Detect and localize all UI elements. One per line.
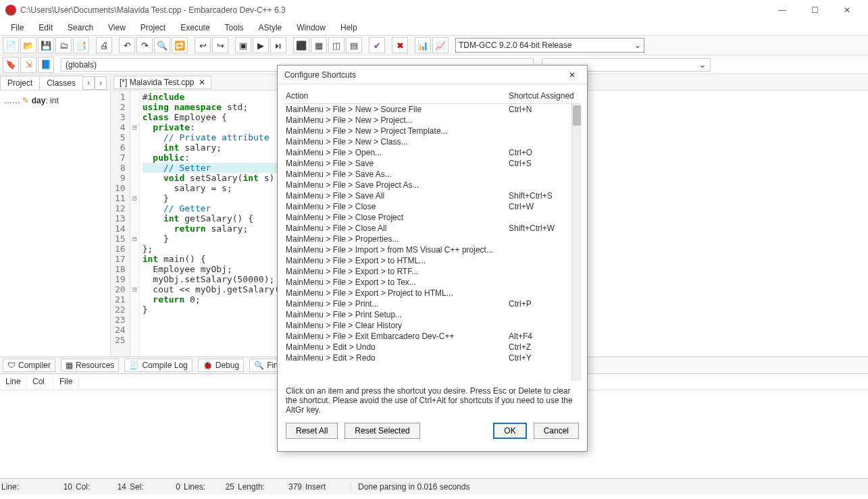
dialog-hint: Click on an item and press the shortcut … xyxy=(283,381,582,417)
tab-project[interactable]: Project xyxy=(0,76,40,90)
redo-button[interactable]: ↷ xyxy=(136,37,153,53)
back-button[interactable]: ↩ xyxy=(195,37,211,53)
menu-tools[interactable]: Tools xyxy=(218,22,251,34)
book-icon[interactable]: 📘 xyxy=(38,57,54,73)
maximize-button[interactable]: ☐ xyxy=(805,5,825,15)
compiler-col-file[interactable]: File xyxy=(54,374,78,390)
shortcut-row[interactable]: MainMenu > File > Print Setup... xyxy=(283,309,582,320)
reset-all-button[interactable]: Reset All xyxy=(286,423,338,439)
output-tab-resources[interactable]: ▦Resources xyxy=(61,359,119,372)
output-tab-compiler[interactable]: 🛡Compiler xyxy=(3,359,55,372)
shortcut-row[interactable]: MainMenu > File > Close AllShift+Ctrl+W xyxy=(283,223,582,234)
configure-shortcuts-dialog: Configure Shortcuts ✕ Action Shortcut As… xyxy=(277,65,588,452)
chevron-down-icon: ⌄ xyxy=(634,41,641,50)
menu-view[interactable]: View xyxy=(101,22,132,34)
menubar: FileEditSearchViewProjectExecuteToolsASt… xyxy=(0,20,868,35)
compile-button[interactable]: ▣ xyxy=(235,37,251,53)
shortcut-row[interactable]: MainMenu > File > Print...Ctrl+P xyxy=(283,298,582,309)
tree-item[interactable]: …… ✎ day: int xyxy=(3,95,107,107)
class-tree[interactable]: …… ✎ day: int xyxy=(0,90,110,111)
shortcut-row[interactable]: MainMenu > File > Exit Embarcadero Dev-C… xyxy=(283,331,582,342)
chevron-down-icon: ⌄ xyxy=(699,60,706,70)
grid3-icon[interactable]: ▤ xyxy=(346,37,362,53)
menu-window[interactable]: Window xyxy=(290,22,332,34)
open-button[interactable]: 📂 xyxy=(20,37,36,53)
check-button[interactable]: ✔ xyxy=(369,37,385,53)
shortcut-row[interactable]: MainMenu > File > Properties... xyxy=(283,234,582,244)
shortcut-row[interactable]: MainMenu > File > Export > to RTF... xyxy=(283,266,582,277)
shortcut-row[interactable]: MainMenu > File > Import > from MS Visua… xyxy=(283,244,582,255)
shortcut-row[interactable]: MainMenu > File > Clear History xyxy=(283,320,582,331)
menu-execute[interactable]: Execute xyxy=(174,22,216,34)
goto-icon[interactable]: ⇲ xyxy=(20,57,36,73)
run-button[interactable]: ▶ xyxy=(253,37,269,53)
side-panel: Project Classes ‹ › …… ✎ day: int xyxy=(0,74,111,357)
shortcut-row[interactable]: MainMenu > File > Export > to HTML... xyxy=(283,255,582,266)
shortcut-row[interactable]: MainMenu > File > Save Project As... xyxy=(283,180,582,190)
ok-button[interactable]: OK xyxy=(493,423,526,439)
shortcut-row[interactable]: MainMenu > Edit > RedoCtrl+Y xyxy=(283,352,582,363)
shortcut-row[interactable]: MainMenu > File > New > Project Template… xyxy=(283,126,582,136)
editor-tab[interactable]: [*] Malavida Test.cpp ✕ xyxy=(113,76,211,89)
shortcut-row[interactable]: MainMenu > File > Open...Ctrl+O xyxy=(283,147,582,158)
replace-button[interactable]: 🔁 xyxy=(172,37,188,53)
compiler-col-line[interactable]: Line xyxy=(0,374,27,390)
find-button[interactable]: 🔍 xyxy=(154,37,170,53)
rebuild-button[interactable]: ⬛ xyxy=(293,37,309,53)
bookmark-icon[interactable]: 🔖 xyxy=(3,57,19,73)
undo-button[interactable]: ↶ xyxy=(119,37,135,53)
shortcut-row[interactable]: MainMenu > File > Close Project xyxy=(283,212,582,223)
menu-edit[interactable]: Edit xyxy=(32,22,59,34)
menu-project[interactable]: Project xyxy=(134,22,172,34)
output-tab-compile-log[interactable]: 🧾Compile Log xyxy=(124,359,192,372)
shortcut-row[interactable]: MainMenu > File > New > Class... xyxy=(283,136,582,147)
status-bar: Line:10 Col:14 Sel:0 Lines:25 Length:379… xyxy=(0,478,868,494)
shortcut-row[interactable]: MainMenu > File > CloseCtrl+W xyxy=(283,201,582,212)
menu-file[interactable]: File xyxy=(4,22,30,34)
close-button[interactable]: ✕ xyxy=(837,5,857,15)
shortcut-row[interactable]: MainMenu > File > Export > Project to HT… xyxy=(283,288,582,298)
shortcut-list[interactable]: MainMenu > File > New > Source FileCtrl+… xyxy=(283,104,582,381)
menu-search[interactable]: Search xyxy=(61,22,100,34)
tab-prev-button[interactable]: ‹ xyxy=(82,76,95,90)
close-tab-icon[interactable]: ✕ xyxy=(199,78,205,87)
save-all-button[interactable]: 🗂 xyxy=(55,37,72,53)
compiler-col-col[interactable]: Col xyxy=(27,374,54,390)
grid2-icon[interactable]: ◫ xyxy=(328,37,344,53)
menu-astyle[interactable]: AStyle xyxy=(252,22,289,34)
shortcut-row[interactable]: MainMenu > File > New > Source FileCtrl+… xyxy=(283,104,582,115)
print-button[interactable]: 🖨 xyxy=(96,37,112,53)
save-button[interactable]: 💾 xyxy=(38,37,54,53)
window-title: C:\Users\User\Documents\Malavida Test.cp… xyxy=(20,5,772,15)
cancel-button[interactable]: Cancel xyxy=(534,423,579,439)
column-shortcut[interactable]: Shortcut Assigned xyxy=(509,91,579,101)
shortcut-row[interactable]: MainMenu > Edit > UndoCtrl+Z xyxy=(283,342,582,352)
shortcut-row[interactable]: MainMenu > File > Export > to Tex... xyxy=(283,277,582,288)
menu-help[interactable]: Help xyxy=(334,22,364,34)
grid1-icon[interactable]: ▦ xyxy=(311,37,327,53)
main-toolbar: 📄 📂 💾 🗂 📑 🖨 ↶ ↷ 🔍 🔁 ↩ ↪ ▣ ▶ ⏯ ⬛ ▦ ◫ ▤ ✔ … xyxy=(0,35,868,55)
shortcut-row[interactable]: MainMenu > File > SaveCtrl+S xyxy=(283,158,582,169)
chart-icon[interactable]: 📈 xyxy=(432,37,449,53)
reset-selected-button[interactable]: Reset Selected xyxy=(344,423,419,439)
window-titlebar: C:\Users\User\Documents\Malavida Test.cp… xyxy=(0,0,868,20)
save-project-button[interactable]: 📑 xyxy=(73,37,89,53)
minimize-button[interactable]: — xyxy=(772,5,792,15)
output-tab-debug[interactable]: 🐞Debug xyxy=(198,359,244,372)
shortcut-row[interactable]: MainMenu > File > Save As... xyxy=(283,169,582,180)
new-file-button[interactable]: 📄 xyxy=(3,37,19,53)
tab-classes[interactable]: Classes xyxy=(39,76,83,90)
scope-value: (globals) xyxy=(66,60,97,70)
dialog-close-button[interactable]: ✕ xyxy=(564,70,580,80)
profile-button[interactable]: 📊 xyxy=(415,37,431,53)
forward-button[interactable]: ↪ xyxy=(212,37,228,53)
column-action[interactable]: Action xyxy=(286,91,509,101)
tab-next-button[interactable]: › xyxy=(95,76,107,90)
shortcut-row[interactable]: MainMenu > File > New > Project... xyxy=(283,115,582,126)
dialog-title: Configure Shortcuts xyxy=(284,70,356,80)
app-icon xyxy=(5,5,16,16)
compiler-select[interactable]: TDM-GCC 9.2.0 64-bit Release ⌄ xyxy=(455,38,644,53)
shortcut-row[interactable]: MainMenu > File > Save AllShift+Ctrl+S xyxy=(283,190,582,201)
stop-button[interactable]: ✖ xyxy=(392,37,408,53)
compile-run-button[interactable]: ⏯ xyxy=(270,37,286,53)
